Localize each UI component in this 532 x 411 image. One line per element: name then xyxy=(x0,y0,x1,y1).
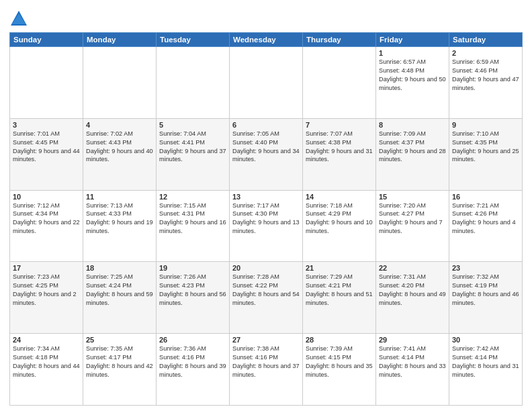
day-number: 5 xyxy=(159,121,226,129)
calendar-cell: 16Sunrise: 7:21 AM Sunset: 4:26 PM Dayli… xyxy=(449,190,523,262)
day-number: 23 xyxy=(452,264,519,272)
calendar-cell: 12Sunrise: 7:15 AM Sunset: 4:31 PM Dayli… xyxy=(157,190,230,262)
calendar-cell: 23Sunrise: 7:32 AM Sunset: 4:19 PM Dayli… xyxy=(449,262,523,334)
day-number: 4 xyxy=(86,121,153,129)
day-info: Sunrise: 7:34 AM Sunset: 4:18 PM Dayligh… xyxy=(13,345,80,379)
calendar-cell: 14Sunrise: 7:18 AM Sunset: 4:29 PM Dayli… xyxy=(303,190,376,262)
day-number: 10 xyxy=(13,193,80,201)
day-number: 15 xyxy=(379,193,446,201)
day-info: Sunrise: 7:25 AM Sunset: 4:24 PM Dayligh… xyxy=(86,273,153,308)
day-number: 21 xyxy=(306,264,373,272)
day-number: 14 xyxy=(306,193,373,201)
day-info: Sunrise: 7:15 AM Sunset: 4:31 PM Dayligh… xyxy=(159,201,226,236)
calendar-cell: 8Sunrise: 7:09 AM Sunset: 4:37 PM Daylig… xyxy=(376,118,449,190)
col-header-sunday: Sunday xyxy=(10,33,83,47)
day-info: Sunrise: 7:41 AM Sunset: 4:14 PM Dayligh… xyxy=(379,345,446,379)
day-info: Sunrise: 7:09 AM Sunset: 4:37 PM Dayligh… xyxy=(379,130,446,165)
day-number: 12 xyxy=(159,193,226,201)
header xyxy=(9,7,523,28)
day-info: Sunrise: 7:21 AM Sunset: 4:26 PM Dayligh… xyxy=(452,201,519,236)
day-number: 22 xyxy=(379,264,446,272)
day-info: Sunrise: 7:35 AM Sunset: 4:17 PM Dayligh… xyxy=(86,345,153,379)
calendar-cell: 22Sunrise: 7:31 AM Sunset: 4:20 PM Dayli… xyxy=(376,262,449,334)
calendar-cell: 18Sunrise: 7:25 AM Sunset: 4:24 PM Dayli… xyxy=(83,262,157,334)
logo xyxy=(9,9,31,28)
calendar-cell: 10Sunrise: 7:12 AM Sunset: 4:34 PM Dayli… xyxy=(10,190,83,262)
day-info: Sunrise: 7:12 AM Sunset: 4:34 PM Dayligh… xyxy=(13,201,80,236)
day-number: 16 xyxy=(452,193,519,201)
day-number: 18 xyxy=(86,264,153,272)
day-number: 6 xyxy=(232,121,300,129)
calendar-cell: 20Sunrise: 7:28 AM Sunset: 4:22 PM Dayli… xyxy=(230,262,303,334)
day-info: Sunrise: 7:42 AM Sunset: 4:14 PM Dayligh… xyxy=(452,345,519,379)
day-number: 2 xyxy=(452,49,519,57)
day-info: Sunrise: 7:18 AM Sunset: 4:29 PM Dayligh… xyxy=(306,201,373,236)
day-number: 1 xyxy=(379,49,446,57)
day-info: Sunrise: 7:05 AM Sunset: 4:40 PM Dayligh… xyxy=(232,130,300,165)
col-header-saturday: Saturday xyxy=(449,33,523,47)
page: SundayMondayTuesdayWednesdayThursdayFrid… xyxy=(0,0,532,411)
calendar-cell: 21Sunrise: 7:29 AM Sunset: 4:21 PM Dayli… xyxy=(303,262,376,334)
day-number: 20 xyxy=(232,264,300,272)
calendar-cell: 3Sunrise: 7:01 AM Sunset: 4:45 PM Daylig… xyxy=(10,118,83,190)
calendar-cell: 7Sunrise: 7:07 AM Sunset: 4:38 PM Daylig… xyxy=(303,118,376,190)
calendar-cell: 1Sunrise: 6:57 AM Sunset: 4:48 PM Daylig… xyxy=(376,47,449,119)
calendar-cell: 24Sunrise: 7:34 AM Sunset: 4:18 PM Dayli… xyxy=(10,334,83,406)
calendar-cell: 28Sunrise: 7:39 AM Sunset: 4:15 PM Dayli… xyxy=(303,334,376,406)
day-number: 25 xyxy=(86,336,153,344)
svg-marker-1 xyxy=(12,13,26,24)
day-number: 11 xyxy=(86,193,153,201)
col-header-monday: Monday xyxy=(83,33,157,47)
day-info: Sunrise: 6:57 AM Sunset: 4:48 PM Dayligh… xyxy=(379,58,446,93)
day-info: Sunrise: 6:59 AM Sunset: 4:46 PM Dayligh… xyxy=(452,58,519,93)
day-info: Sunrise: 7:31 AM Sunset: 4:20 PM Dayligh… xyxy=(379,273,446,308)
day-info: Sunrise: 7:29 AM Sunset: 4:21 PM Dayligh… xyxy=(306,273,373,308)
calendar-cell: 2Sunrise: 6:59 AM Sunset: 4:46 PM Daylig… xyxy=(449,47,523,119)
col-header-wednesday: Wednesday xyxy=(230,33,303,47)
calendar-header-row: SundayMondayTuesdayWednesdayThursdayFrid… xyxy=(10,33,523,47)
day-number: 7 xyxy=(306,121,373,129)
logo-icon xyxy=(9,9,28,28)
calendar-cell: 19Sunrise: 7:26 AM Sunset: 4:23 PM Dayli… xyxy=(157,262,230,334)
calendar-cell: 26Sunrise: 7:36 AM Sunset: 4:16 PM Dayli… xyxy=(157,334,230,406)
col-header-thursday: Thursday xyxy=(303,33,376,47)
calendar-cell xyxy=(10,47,83,119)
day-info: Sunrise: 7:36 AM Sunset: 4:16 PM Dayligh… xyxy=(159,345,226,379)
day-info: Sunrise: 7:38 AM Sunset: 4:16 PM Dayligh… xyxy=(232,345,300,379)
day-info: Sunrise: 7:28 AM Sunset: 4:22 PM Dayligh… xyxy=(232,273,300,308)
calendar-week-row: 3Sunrise: 7:01 AM Sunset: 4:45 PM Daylig… xyxy=(10,118,523,190)
calendar-cell xyxy=(83,47,157,119)
calendar-cell: 4Sunrise: 7:02 AM Sunset: 4:43 PM Daylig… xyxy=(83,118,157,190)
day-number: 3 xyxy=(13,121,80,129)
calendar-cell: 9Sunrise: 7:10 AM Sunset: 4:35 PM Daylig… xyxy=(449,118,523,190)
calendar-cell: 30Sunrise: 7:42 AM Sunset: 4:14 PM Dayli… xyxy=(449,334,523,406)
calendar-cell: 6Sunrise: 7:05 AM Sunset: 4:40 PM Daylig… xyxy=(230,118,303,190)
day-info: Sunrise: 7:26 AM Sunset: 4:23 PM Dayligh… xyxy=(159,273,226,308)
day-number: 9 xyxy=(452,121,519,129)
calendar-cell: 5Sunrise: 7:04 AM Sunset: 4:41 PM Daylig… xyxy=(157,118,230,190)
calendar-cell: 15Sunrise: 7:20 AM Sunset: 4:27 PM Dayli… xyxy=(376,190,449,262)
day-number: 28 xyxy=(306,336,373,344)
calendar-cell: 29Sunrise: 7:41 AM Sunset: 4:14 PM Dayli… xyxy=(376,334,449,406)
col-header-tuesday: Tuesday xyxy=(157,33,230,47)
day-info: Sunrise: 7:10 AM Sunset: 4:35 PM Dayligh… xyxy=(452,130,519,165)
day-number: 30 xyxy=(452,336,519,344)
day-info: Sunrise: 7:17 AM Sunset: 4:30 PM Dayligh… xyxy=(232,201,300,236)
day-number: 29 xyxy=(379,336,446,344)
day-info: Sunrise: 7:01 AM Sunset: 4:45 PM Dayligh… xyxy=(13,130,80,165)
day-info: Sunrise: 7:23 AM Sunset: 4:25 PM Dayligh… xyxy=(13,273,80,308)
calendar-cell: 25Sunrise: 7:35 AM Sunset: 4:17 PM Dayli… xyxy=(83,334,157,406)
calendar-cell xyxy=(230,47,303,119)
day-info: Sunrise: 7:20 AM Sunset: 4:27 PM Dayligh… xyxy=(379,201,446,236)
day-info: Sunrise: 7:04 AM Sunset: 4:41 PM Dayligh… xyxy=(159,130,226,165)
col-header-friday: Friday xyxy=(376,33,449,47)
calendar-cell: 13Sunrise: 7:17 AM Sunset: 4:30 PM Dayli… xyxy=(230,190,303,262)
day-number: 24 xyxy=(13,336,80,344)
day-number: 27 xyxy=(232,336,300,344)
day-info: Sunrise: 7:32 AM Sunset: 4:19 PM Dayligh… xyxy=(452,273,519,308)
day-info: Sunrise: 7:13 AM Sunset: 4:33 PM Dayligh… xyxy=(86,201,153,236)
day-info: Sunrise: 7:39 AM Sunset: 4:15 PM Dayligh… xyxy=(306,345,373,379)
calendar-cell: 11Sunrise: 7:13 AM Sunset: 4:33 PM Dayli… xyxy=(83,190,157,262)
calendar-cell xyxy=(157,47,230,119)
day-info: Sunrise: 7:07 AM Sunset: 4:38 PM Dayligh… xyxy=(306,130,373,165)
